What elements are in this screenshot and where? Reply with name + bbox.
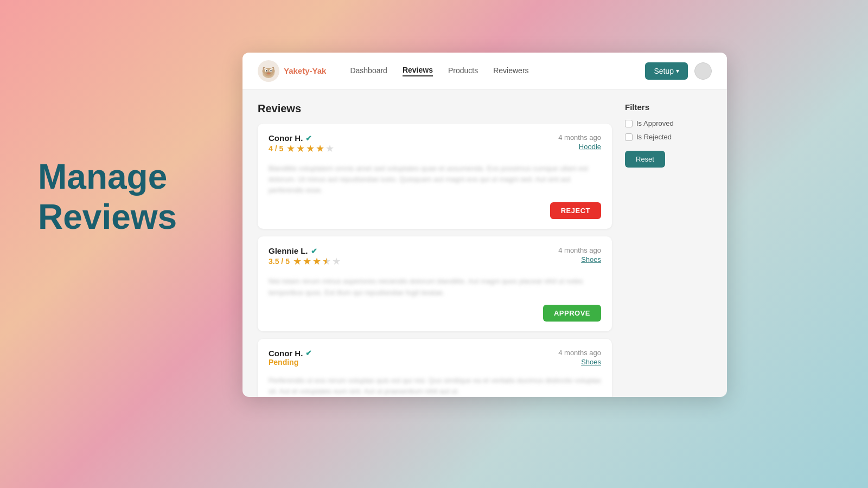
svg-point-5 bbox=[266, 70, 267, 71]
filter-rejected-checkbox[interactable] bbox=[625, 133, 633, 141]
review-date-1: 4 months ago bbox=[558, 133, 601, 142]
filters-title: Filters bbox=[625, 102, 712, 112]
reviewer-info-3: Conor H. ✔ Pending bbox=[269, 349, 312, 372]
review-product-3[interactable]: Shoes bbox=[581, 358, 601, 366]
svg-point-8 bbox=[263, 69, 265, 73]
nav-reviewers[interactable]: Reviewers bbox=[493, 66, 528, 76]
svg-point-9 bbox=[272, 69, 275, 73]
nav-links: Dashboard Reviews Products Reviewers bbox=[350, 66, 628, 76]
status-pending-3: Pending bbox=[269, 358, 298, 367]
review-meta-3: 4 months ago Shoes bbox=[558, 349, 601, 367]
hero-line1: Manage bbox=[38, 157, 177, 197]
reviewer-name-3: Conor H. ✔ bbox=[269, 349, 312, 358]
logo-icon bbox=[258, 60, 279, 82]
review-body-1: Blanditiis voluptatem omnis amet sed vol… bbox=[269, 163, 601, 196]
review-actions-2: APPROVE bbox=[269, 305, 601, 322]
stars-1: ★ ★ ★ ★ ★ bbox=[286, 143, 334, 155]
reviewer-name-1: Conor H. ✔ bbox=[269, 133, 334, 143]
review-date-2: 4 months ago bbox=[558, 246, 601, 254]
filter-rejected: Is Rejected bbox=[625, 133, 712, 141]
review-header-2: Glennie L. ✔ 3.5 / 5 ★ ★ ★ ★ ★ bbox=[269, 246, 601, 273]
hero-text: Manage Reviews bbox=[38, 157, 177, 237]
verified-icon-2: ✔ bbox=[311, 247, 317, 255]
review-card-2: Glennie L. ✔ 3.5 / 5 ★ ★ ★ ★ ★ bbox=[258, 236, 612, 331]
navbar: Yakety-Yak Dashboard Reviews Products Re… bbox=[242, 53, 727, 89]
svg-point-6 bbox=[270, 70, 271, 71]
filter-approved-label: Is Approved bbox=[636, 119, 674, 127]
setup-button[interactable]: Setup bbox=[645, 62, 688, 80]
reviewer-info-2: Glennie L. ✔ 3.5 / 5 ★ ★ ★ ★ ★ bbox=[269, 246, 341, 273]
nav-reviews[interactable]: Reviews bbox=[403, 66, 433, 76]
review-product-2[interactable]: Shoes bbox=[581, 255, 601, 264]
review-body-2: Nisi totam rerum minus asperiores reicie… bbox=[269, 276, 601, 298]
filter-approved-checkbox[interactable] bbox=[625, 120, 633, 127]
review-date-3: 4 months ago bbox=[558, 349, 601, 357]
filters-sidebar: Filters Is Approved Is Rejected Reset bbox=[625, 102, 712, 384]
logo-text: Yakety-Yak bbox=[284, 66, 326, 75]
hero-line2: Reviews bbox=[38, 197, 177, 237]
nav-dashboard[interactable]: Dashboard bbox=[350, 66, 387, 76]
app-window: Yakety-Yak Dashboard Reviews Products Re… bbox=[242, 53, 727, 397]
review-body-3: Perferendis ut eos rerum voluptas quis e… bbox=[269, 375, 601, 397]
review-actions-1: REJECT bbox=[269, 202, 601, 219]
filter-rejected-label: Is Rejected bbox=[636, 133, 672, 141]
review-card: Conor H. ✔ 4 / 5 ★ ★ ★ ★ ★ bbox=[258, 124, 612, 229]
logo-area: Yakety-Yak bbox=[258, 60, 326, 82]
section-title: Reviews bbox=[258, 102, 612, 115]
reset-button[interactable]: Reset bbox=[625, 151, 665, 168]
rating-text-2: 3.5 / 5 bbox=[269, 257, 290, 266]
stars-2: ★ ★ ★ ★ ★ bbox=[293, 255, 341, 267]
verified-icon-1: ✔ bbox=[305, 134, 312, 143]
review-meta-1: 4 months ago Hoodie bbox=[558, 133, 601, 151]
rating-row-2: 3.5 / 5 ★ ★ ★ ★ ★ bbox=[269, 255, 341, 267]
review-product-1[interactable]: Hoodie bbox=[579, 143, 601, 151]
review-card-3: Conor H. ✔ Pending 4 months ago Shoes Pe… bbox=[258, 339, 612, 397]
nav-products[interactable]: Products bbox=[448, 66, 478, 76]
rating-row-3: Pending bbox=[269, 358, 312, 367]
rating-row-1: 4 / 5 ★ ★ ★ ★ ★ bbox=[269, 143, 334, 155]
navbar-right: Setup bbox=[645, 62, 712, 80]
reviewer-info-1: Conor H. ✔ 4 / 5 ★ ★ ★ ★ ★ bbox=[269, 133, 334, 160]
avatar[interactable] bbox=[694, 62, 712, 80]
reviewer-name-2: Glennie L. ✔ bbox=[269, 246, 341, 255]
svg-point-10 bbox=[267, 73, 270, 74]
verified-icon-3: ✔ bbox=[305, 349, 312, 357]
main-content: Reviews Conor H. ✔ 4 / 5 ★ ★ bbox=[242, 89, 727, 397]
reviews-section: Reviews Conor H. ✔ 4 / 5 ★ ★ bbox=[258, 102, 612, 384]
reject-button-1[interactable]: REJECT bbox=[550, 202, 601, 219]
filter-approved: Is Approved bbox=[625, 119, 712, 127]
review-meta-2: 4 months ago Shoes bbox=[558, 246, 601, 264]
review-header-3: Conor H. ✔ Pending 4 months ago Shoes bbox=[269, 349, 601, 372]
rating-text-1: 4 / 5 bbox=[269, 144, 283, 153]
approve-button-2[interactable]: APPROVE bbox=[543, 305, 601, 322]
review-header-1: Conor H. ✔ 4 / 5 ★ ★ ★ ★ ★ bbox=[269, 133, 601, 160]
